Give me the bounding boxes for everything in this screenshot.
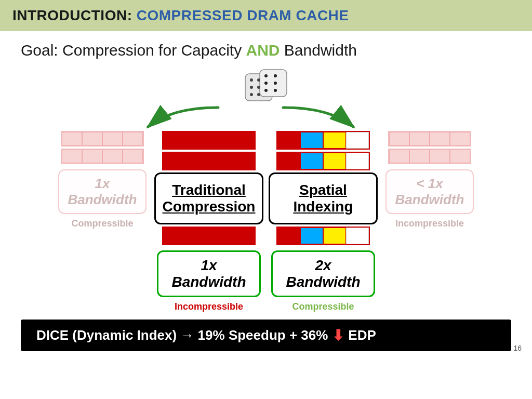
cache-visual-spatial-bottom <box>276 227 370 245</box>
diagram-wrapper: 1xBandwidth Compressible Traditional Com… <box>21 68 511 351</box>
svg-point-12 <box>250 93 253 96</box>
goal-prefix: Goal: Compression for Capacity <box>21 42 246 59</box>
svg-point-11 <box>257 86 260 89</box>
bw-box-spatial: 2xBandwidth <box>271 250 375 297</box>
traditional-label: Traditional Compression <box>163 182 256 215</box>
arrow-down-icon: ⬇ <box>332 327 344 344</box>
spatial-box: Spatial Indexing <box>269 172 378 224</box>
cache-visual-traditional-bottom <box>162 227 256 245</box>
boxes-row: 1xBandwidth Compressible Traditional Com… <box>21 131 511 312</box>
bw-box-outer-right: < 1xBandwidth <box>385 169 474 214</box>
bw-box-outer-left: 1xBandwidth <box>58 169 147 214</box>
footer-suffix: EDP <box>348 327 376 343</box>
svg-point-8 <box>250 78 253 82</box>
outer-right-col: < 1xBandwidth Incompressible <box>383 131 476 229</box>
svg-point-4 <box>264 82 268 85</box>
svg-point-13 <box>257 93 260 96</box>
spatial-label: Spatial Indexing <box>278 182 368 215</box>
goal-line: Goal: Compression for Capacity AND Bandw… <box>21 42 511 59</box>
label-incompressible-left: Incompressible <box>175 301 243 312</box>
header-title-normal: INTRODUCTION: <box>12 7 137 23</box>
svg-point-10 <box>250 86 253 89</box>
footer-banner: DICE (Dynamic Index) → 19% Speedup + 36%… <box>21 320 511 351</box>
svg-rect-1 <box>260 70 287 97</box>
cache-visual-faded-outer-left2 <box>61 149 144 164</box>
arrows-svg <box>0 105 532 131</box>
outer-left-col: 1xBandwidth Compressible <box>56 131 149 229</box>
goal-suffix: Bandwidth <box>280 42 357 59</box>
dice-icon <box>240 68 292 105</box>
svg-point-7 <box>274 89 277 92</box>
cache-visual-faded-outer-left <box>61 131 144 147</box>
svg-point-9 <box>257 78 260 82</box>
bw-box-traditional: 1xBandwidth <box>157 250 261 297</box>
spatial-col: Spatial Indexing 2xBandwidth Compressibl… <box>269 131 378 312</box>
header-title-highlight: COMPRESSED DRAM CACHE <box>137 7 349 23</box>
slide-number: 16 <box>513 344 522 352</box>
slide-header: INTRODUCTION: COMPRESSED DRAM CACHE <box>0 0 532 31</box>
label-incompressible-right: Incompressible <box>395 218 464 229</box>
cache-visual-traditional-top <box>162 131 256 150</box>
label-compressible-left: Compressible <box>71 218 133 229</box>
cache-visual-spatial-top <box>276 131 370 150</box>
cache-visual-faded-outer-right <box>388 131 471 147</box>
svg-point-5 <box>274 82 277 85</box>
cache-visual-faded-outer-right2 <box>388 149 471 164</box>
cache-visual-spatial-top2 <box>276 152 370 170</box>
footer-text: DICE (Dynamic Index) → 19% Speedup + 36% <box>36 327 328 343</box>
traditional-box: Traditional Compression <box>154 172 263 224</box>
header-title: INTRODUCTION: COMPRESSED DRAM CACHE <box>12 7 349 24</box>
svg-point-6 <box>264 89 268 92</box>
main-content: Goal: Compression for Capacity AND Bandw… <box>0 31 532 356</box>
svg-point-2 <box>264 74 268 77</box>
cache-visual-traditional-top2 <box>162 152 256 170</box>
svg-point-3 <box>274 74 277 77</box>
label-compressible-right: Compressible <box>292 301 354 312</box>
goal-and: AND <box>246 42 280 59</box>
traditional-col: Traditional Compression 1xBandwidth Inco… <box>154 131 263 312</box>
